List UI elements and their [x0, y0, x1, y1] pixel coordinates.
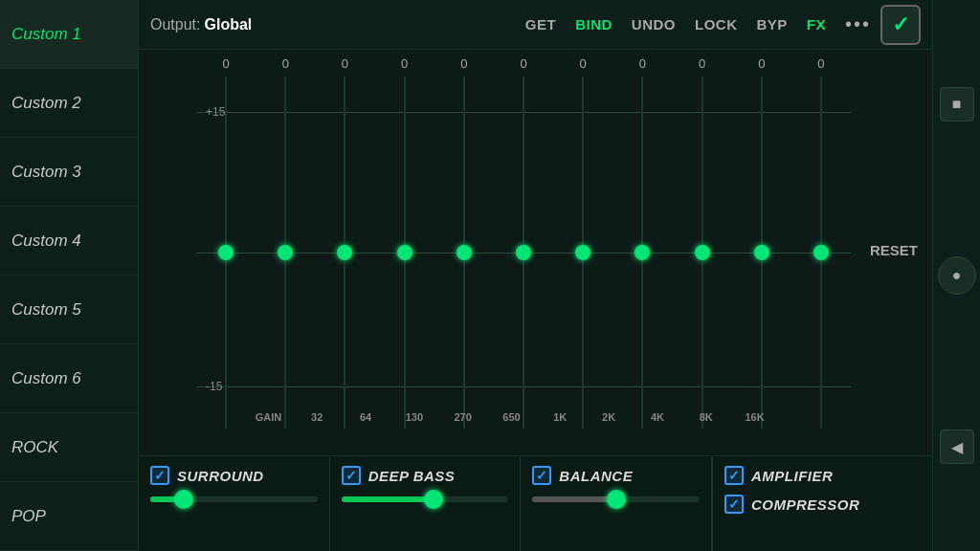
eq-slider-270[interactable]	[434, 77, 494, 429]
eq-val-8: 0	[673, 56, 732, 71]
amplifier-check-icon: ✓	[728, 468, 740, 483]
side-back-button[interactable]: ◀	[940, 430, 974, 464]
eq-container: 0 0 0 0 0 0 0 0 0 0 0 +15	[148, 50, 923, 455]
eq-slider-130[interactable]	[375, 77, 434, 429]
sidebar-item-pop[interactable]: POP	[0, 482, 138, 551]
side-buttons: ■ ● ◀	[932, 0, 980, 551]
deep-bass-slider[interactable]	[342, 496, 509, 502]
compressor-checkbox[interactable]: ✓	[724, 495, 744, 514]
bottom-panel: ✓ SURROUND ✓ DEEP BASS	[139, 455, 932, 551]
deep-bass-header: ✓ DEEP BASS	[342, 466, 509, 485]
compressor-check-icon: ✓	[728, 496, 740, 512]
surround-section: ✓ SURROUND	[139, 456, 330, 551]
sidebar-item-custom5[interactable]: Custom 5	[0, 276, 138, 344]
surround-title: SURROUND	[177, 468, 264, 484]
eq-band-gain: GAIN	[244, 411, 293, 423]
confirm-button[interactable]: ✓	[880, 5, 921, 45]
amplifier-row: ✓ AMPLIFIER	[724, 466, 921, 485]
eq-band-64: 64	[342, 411, 390, 423]
balance-title: BALANCE	[559, 468, 633, 484]
eq-slider-16k[interactable]	[791, 77, 851, 429]
eq-val-0: 0	[196, 56, 256, 71]
eq-val-3: 0	[375, 56, 434, 71]
balance-slider[interactable]	[532, 496, 700, 502]
fx-button[interactable]: FX	[807, 16, 826, 33]
lock-button[interactable]: LOCK	[695, 16, 738, 33]
byp-button[interactable]: BYP	[756, 16, 787, 33]
eq-band-16k: 16k	[730, 411, 779, 423]
amp-comp-section: ✓ AMPLIFIER ✓ COMPRESSOR	[712, 456, 932, 551]
square-icon: ■	[952, 96, 962, 113]
eq-band-2k: 2k	[585, 411, 634, 423]
main-content: Output: Global GET BIND UNDO LOCK BYP FX…	[139, 0, 932, 551]
balance-section: ✓ BALANCE	[521, 456, 712, 551]
output-label: Output:	[150, 16, 200, 33]
deep-bass-checkbox[interactable]: ✓	[342, 466, 361, 485]
output-value: Global	[204, 16, 515, 33]
sidebar-item-custom4[interactable]: Custom 4	[0, 207, 138, 276]
eq-labels-row: GAIN 32 64 130 270 650 1k 2k 4k 8k 16k	[244, 406, 779, 429]
surround-slider[interactable]	[150, 496, 318, 502]
eq-band-8k: 8k	[681, 411, 730, 423]
balance-checkbox[interactable]: ✓	[532, 466, 551, 485]
compressor-title: COMPRESSOR	[751, 496, 859, 513]
get-button[interactable]: GET	[525, 16, 556, 33]
eq-slider-2k[interactable]	[612, 77, 672, 429]
surround-checkbox[interactable]: ✓	[150, 466, 169, 485]
sidebar-item-custom6[interactable]: Custom 6	[0, 344, 138, 413]
reset-button[interactable]: RESET	[870, 242, 918, 258]
balance-header: ✓ BALANCE	[532, 466, 700, 485]
undo-button[interactable]: UNDO	[632, 16, 676, 33]
deep-bass-section: ✓ DEEP BASS	[330, 456, 522, 551]
compressor-row: ✓ COMPRESSOR	[724, 495, 921, 514]
eq-slider-64[interactable]	[315, 77, 374, 429]
eq-band-1k: 1k	[536, 411, 585, 423]
eq-grid: +15 -15 RESET	[148, 77, 923, 429]
eq-slider-4k[interactable]	[673, 77, 732, 429]
eq-val-9: 0	[732, 56, 791, 71]
sidebar-item-rock[interactable]: ROCK	[0, 413, 138, 482]
side-circle-button[interactable]: ●	[938, 256, 976, 295]
eq-val-7: 0	[612, 56, 672, 71]
eq-band-650: 650	[487, 411, 536, 423]
eq-slider-650[interactable]	[494, 77, 553, 429]
bind-button[interactable]: BIND	[575, 16, 612, 33]
eq-val-4: 0	[434, 56, 494, 71]
eq-val-1: 0	[256, 56, 315, 71]
deep-bass-check-icon: ✓	[345, 468, 357, 483]
eq-slider-32[interactable]	[256, 77, 315, 429]
sidebar-item-custom3[interactable]: Custom 3	[0, 138, 138, 207]
back-icon: ◀	[951, 438, 963, 456]
eq-val-2: 0	[315, 56, 374, 71]
eq-slider-8k[interactable]	[732, 77, 791, 429]
eq-band-32: 32	[293, 411, 342, 423]
eq-band-130: 130	[390, 411, 438, 423]
sidebar-item-custom2[interactable]: Custom 2	[0, 69, 138, 138]
eq-val-10: 0	[791, 56, 851, 71]
surround-check-icon: ✓	[154, 468, 166, 483]
amplifier-checkbox[interactable]: ✓	[724, 466, 744, 485]
eq-slider-1k[interactable]	[553, 77, 612, 429]
side-square-button[interactable]: ■	[940, 87, 974, 121]
sidebar-item-custom1[interactable]: Custom 1	[0, 0, 138, 69]
eq-area: 0 0 0 0 0 0 0 0 0 0 0 +15	[139, 50, 932, 455]
deep-bass-title: DEEP BASS	[368, 468, 456, 484]
eq-slider-gain[interactable]	[196, 77, 256, 429]
eq-val-6: 0	[553, 56, 612, 71]
eq-sliders	[196, 77, 851, 429]
eq-band-4k: 4k	[634, 411, 682, 423]
check-icon: ✓	[892, 12, 909, 37]
eq-val-5: 0	[494, 56, 553, 71]
amplifier-title: AMPLIFIER	[751, 468, 833, 484]
circle-icon: ●	[952, 267, 962, 284]
sidebar: Custom 1 Custom 2 Custom 3 Custom 4 Cust…	[0, 0, 139, 551]
more-options-button[interactable]: •••	[845, 13, 871, 35]
balance-check-icon: ✓	[536, 468, 547, 483]
surround-header: ✓ SURROUND	[150, 466, 318, 485]
header: Output: Global GET BIND UNDO LOCK BYP FX…	[139, 0, 932, 50]
eq-band-270: 270	[438, 411, 487, 423]
eq-values-row: 0 0 0 0 0 0 0 0 0 0 0	[196, 50, 851, 77]
